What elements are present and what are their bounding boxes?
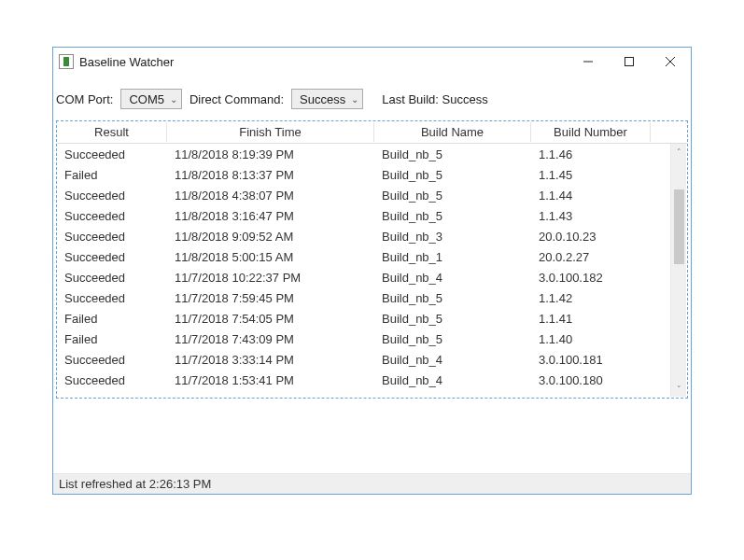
table-row[interactable]: Succeeded11/8/2018 8:19:39 PMBuild_nb_51… <box>57 144 687 164</box>
table-row[interactable]: Failed11/7/2018 7:54:05 PMBuild_nb_51.1.… <box>57 308 687 329</box>
minimize-button[interactable] <box>568 48 609 76</box>
cell-build-name: Build_nb_5 <box>374 330 531 348</box>
maximize-button[interactable] <box>609 48 650 76</box>
table-row[interactable]: Failed11/8/2018 8:13:37 PMBuild_nb_51.1.… <box>57 164 687 185</box>
status-text: List refreshed at 2:26:13 PM <box>59 477 211 491</box>
cell-build-number: 20.0.2.27 <box>531 248 651 266</box>
cell-build-name: Build_nb_5 <box>374 187 531 204</box>
titlebar[interactable]: Baseline Watcher <box>53 48 691 76</box>
cell-finish-time: 11/8/2018 3:16:47 PM <box>167 207 374 225</box>
chevron-down-icon: ⌄ <box>170 94 177 105</box>
chevron-down-icon: ⌄ <box>351 94 358 105</box>
scroll-track[interactable] <box>671 160 686 381</box>
column-header-finish-time[interactable]: Finish Time <box>167 122 374 142</box>
column-header-build-number[interactable]: Build Number <box>531 122 651 142</box>
comport-label: COM Port: <box>56 92 113 106</box>
column-header-scroll-gutter <box>651 130 669 135</box>
cell-build-name: Build_nb_3 <box>374 228 531 245</box>
scroll-up-icon[interactable]: ˄ <box>671 144 687 160</box>
cell-build-number: 3.0.100.180 <box>531 371 651 389</box>
table-row[interactable]: Succeeded11/8/2018 9:09:52 AMBuild_nb_32… <box>57 226 687 246</box>
cell-build-number: 3.0.100.182 <box>531 269 651 287</box>
cell-build-name: Build_nb_5 <box>374 310 531 328</box>
cell-result: Failed <box>57 310 167 328</box>
cell-build-number: 1.1.43 <box>531 207 651 225</box>
cell-finish-time: 11/8/2018 8:13:37 PM <box>167 166 374 184</box>
app-icon <box>59 54 74 69</box>
cell-result: Succeeded <box>57 146 167 163</box>
cell-finish-time: 11/7/2018 1:53:41 PM <box>167 371 374 389</box>
cell-result: Succeeded <box>57 207 167 225</box>
table-row[interactable]: Succeeded11/7/2018 7:59:45 PMBuild_nb_51… <box>57 287 687 308</box>
table-row[interactable]: Succeeded11/8/2018 5:00:15 AMBuild_nb_12… <box>57 246 687 267</box>
cell-build-number: 1.1.41 <box>531 310 651 328</box>
cell-finish-time: 11/8/2018 9:09:52 AM <box>167 228 374 245</box>
svg-rect-1 <box>625 58 634 66</box>
cell-build-name: Build_nb_5 <box>374 166 531 184</box>
cell-build-number: 1.1.46 <box>531 146 651 163</box>
column-header-result[interactable]: Result <box>57 122 167 142</box>
cell-result: Failed <box>57 166 167 184</box>
vertical-scrollbar[interactable]: ˄ ˅ <box>670 144 686 397</box>
cell-result: Succeeded <box>57 289 167 307</box>
cell-result: Succeeded <box>57 371 167 389</box>
cell-build-name: Build_nb_1 <box>374 248 531 266</box>
cell-result: Succeeded <box>57 187 167 204</box>
cell-result: Succeeded <box>57 228 167 245</box>
cell-finish-time: 11/7/2018 7:43:09 PM <box>167 330 374 348</box>
direct-command-label: Direct Command: <box>190 92 284 106</box>
cell-finish-time: 11/8/2018 4:38:07 PM <box>167 187 374 204</box>
cell-result: Succeeded <box>57 269 167 287</box>
cell-build-number: 1.1.45 <box>531 166 651 184</box>
cell-build-number: 1.1.44 <box>531 187 651 204</box>
cell-build-name: Build_nb_5 <box>374 289 531 307</box>
cell-build-number: 1.1.42 <box>531 289 651 307</box>
cell-finish-time: 11/8/2018 5:00:15 AM <box>167 248 374 266</box>
cell-build-name: Build_nb_4 <box>374 351 531 369</box>
builds-grid: Result Finish Time Build Name Build Numb… <box>56 120 688 399</box>
comport-value: COM5 <box>129 92 164 106</box>
cell-build-number: 20.0.10.23 <box>531 228 651 245</box>
grid-header: Result Finish Time Build Name Build Numb… <box>57 121 687 144</box>
scroll-down-icon[interactable]: ˅ <box>671 381 687 397</box>
application-window: Baseline Watcher COM Port: COM5 ⌄ Direct… <box>52 47 692 495</box>
direct-command-select[interactable]: Success ⌄ <box>291 89 363 109</box>
window-title: Baseline Watcher <box>79 55 174 69</box>
direct-command-value: Success <box>300 92 345 106</box>
last-build-label: Last Build: Success <box>382 92 487 106</box>
cell-build-number: 1.1.40 <box>531 330 651 348</box>
window-controls <box>568 48 691 76</box>
column-header-build-name[interactable]: Build Name <box>374 122 531 142</box>
cell-build-name: Build_nb_4 <box>374 269 531 287</box>
cell-build-name: Build_nb_4 <box>374 371 531 389</box>
grid-body: Succeeded11/8/2018 8:19:39 PMBuild_nb_51… <box>57 144 687 398</box>
cell-result: Failed <box>57 330 167 348</box>
cell-build-name: Build_nb_5 <box>374 146 531 163</box>
cell-finish-time: 11/7/2018 7:59:45 PM <box>167 289 374 307</box>
cell-finish-time: 11/7/2018 10:22:37 PM <box>167 269 374 287</box>
table-row[interactable]: Succeeded11/7/2018 10:22:37 PMBuild_nb_4… <box>57 267 687 287</box>
table-row[interactable]: Failed11/7/2018 7:43:09 PMBuild_nb_51.1.… <box>57 329 687 349</box>
cell-finish-time: 11/7/2018 3:33:14 PM <box>167 351 374 369</box>
close-button[interactable] <box>650 48 691 76</box>
cell-build-name: Build_nb_5 <box>374 207 531 225</box>
cell-build-number: 3.0.100.181 <box>531 351 651 369</box>
cell-result: Succeeded <box>57 351 167 369</box>
cell-finish-time: 11/7/2018 7:54:05 PM <box>167 310 374 328</box>
scroll-thumb[interactable] <box>674 189 684 264</box>
toolbar: COM Port: COM5 ⌄ Direct Command: Success… <box>53 76 691 120</box>
cell-result: Succeeded <box>57 248 167 266</box>
table-row[interactable]: Succeeded11/7/2018 3:33:14 PMBuild_nb_43… <box>57 349 687 370</box>
table-row[interactable]: Succeeded11/7/2018 1:53:41 PMBuild_nb_43… <box>57 370 687 390</box>
comport-select[interactable]: COM5 ⌄ <box>120 89 182 109</box>
table-row[interactable]: Succeeded11/8/2018 4:38:07 PMBuild_nb_51… <box>57 185 687 205</box>
table-row[interactable]: Succeeded11/8/2018 3:16:47 PMBuild_nb_51… <box>57 205 687 226</box>
statusbar: List refreshed at 2:26:13 PM <box>53 473 691 494</box>
cell-finish-time: 11/8/2018 8:19:39 PM <box>167 146 374 163</box>
